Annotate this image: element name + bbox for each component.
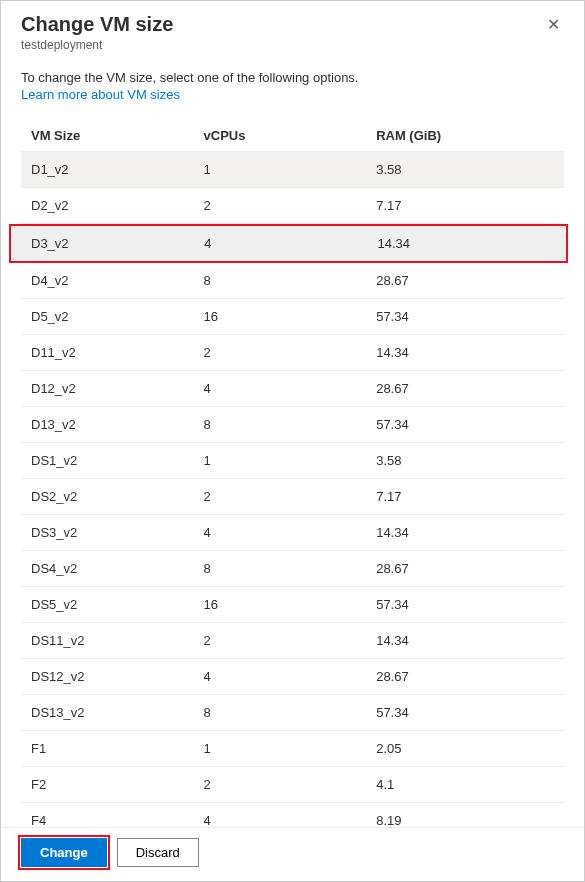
deployment-name: testdeployment [21, 38, 173, 52]
description-text: To change the VM size, select one of the… [21, 70, 564, 85]
cell-vm-size: DS2_v2 [31, 489, 204, 504]
cell-ram: 28.67 [376, 669, 554, 684]
cell-vm-size: D11_v2 [31, 345, 204, 360]
cell-vcpus: 2 [204, 777, 377, 792]
cell-vm-size: DS1_v2 [31, 453, 204, 468]
cell-vm-size: D4_v2 [31, 273, 204, 288]
cell-ram: 28.67 [376, 273, 554, 288]
cell-ram: 8.19 [376, 813, 554, 827]
table-row[interactable]: DS4_v2828.67 [21, 551, 564, 587]
table-row[interactable]: D3_v2414.34 [9, 224, 568, 263]
table-row[interactable]: F448.19 [21, 803, 564, 827]
header-titles: Change VM size testdeployment [21, 13, 173, 52]
cell-vm-size: F1 [31, 741, 204, 756]
cell-vcpus: 1 [204, 453, 377, 468]
header-ram[interactable]: RAM (GiB) [376, 128, 554, 143]
cell-vm-size: DS11_v2 [31, 633, 204, 648]
table-row[interactable]: DS11_v2214.34 [21, 623, 564, 659]
cell-ram: 57.34 [376, 309, 554, 324]
cell-vcpus: 2 [204, 633, 377, 648]
cell-ram: 7.17 [376, 489, 554, 504]
panel-title: Change VM size [21, 13, 173, 36]
table-body: D1_v213.58D2_v227.17D3_v2414.34D4_v2828.… [21, 152, 564, 827]
change-vm-size-panel: Change VM size testdeployment ✕ To chang… [0, 0, 585, 882]
table-row[interactable]: DS5_v21657.34 [21, 587, 564, 623]
cell-ram: 57.34 [376, 597, 554, 612]
cell-vm-size: D5_v2 [31, 309, 204, 324]
cell-ram: 14.34 [376, 633, 554, 648]
cell-vcpus: 4 [204, 381, 377, 396]
cell-vcpus: 4 [204, 813, 377, 827]
cell-vm-size: DS13_v2 [31, 705, 204, 720]
cell-ram: 14.34 [376, 345, 554, 360]
table-row[interactable]: D2_v227.17 [21, 188, 564, 224]
change-button[interactable]: Change [21, 838, 107, 867]
vm-size-table: VM Size vCPUs RAM (GiB) D1_v213.58D2_v22… [21, 120, 564, 827]
cell-vm-size: D1_v2 [31, 162, 204, 177]
close-icon[interactable]: ✕ [543, 13, 564, 37]
table-row[interactable]: DS13_v2857.34 [21, 695, 564, 731]
cell-vcpus: 4 [204, 669, 377, 684]
table-row[interactable]: D5_v21657.34 [21, 299, 564, 335]
cell-vm-size: F4 [31, 813, 204, 827]
table-row[interactable]: DS12_v2428.67 [21, 659, 564, 695]
learn-more-link[interactable]: Learn more about VM sizes [21, 87, 564, 102]
cell-vm-size: F2 [31, 777, 204, 792]
cell-vcpus: 1 [204, 741, 377, 756]
cell-ram: 57.34 [376, 417, 554, 432]
cell-ram: 3.58 [376, 453, 554, 468]
cell-ram: 57.34 [376, 705, 554, 720]
header-vm-size[interactable]: VM Size [31, 128, 204, 143]
cell-ram: 4.1 [376, 777, 554, 792]
header-vcpus[interactable]: vCPUs [204, 128, 377, 143]
cell-vcpus: 4 [204, 525, 377, 540]
cell-ram: 7.17 [376, 198, 554, 213]
cell-vm-size: DS3_v2 [31, 525, 204, 540]
table-row[interactable]: D12_v2428.67 [21, 371, 564, 407]
cell-vcpus: 8 [204, 705, 377, 720]
table-row[interactable]: D13_v2857.34 [21, 407, 564, 443]
cell-vm-size: D3_v2 [31, 236, 204, 251]
cell-ram: 28.67 [376, 561, 554, 576]
cell-ram: 14.34 [376, 525, 554, 540]
table-row[interactable]: D11_v2214.34 [21, 335, 564, 371]
cell-vcpus: 16 [204, 597, 377, 612]
cell-ram: 2.05 [376, 741, 554, 756]
cell-vcpus: 2 [204, 345, 377, 360]
table-header-row: VM Size vCPUs RAM (GiB) [21, 120, 564, 152]
cell-vcpus: 4 [204, 236, 377, 251]
cell-vm-size: D2_v2 [31, 198, 204, 213]
cell-vm-size: DS5_v2 [31, 597, 204, 612]
cell-vcpus: 8 [204, 561, 377, 576]
panel-header: Change VM size testdeployment ✕ [1, 1, 584, 58]
table-row[interactable]: D1_v213.58 [21, 152, 564, 188]
cell-ram: 14.34 [378, 236, 557, 251]
cell-ram: 28.67 [376, 381, 554, 396]
table-row[interactable]: D4_v2828.67 [21, 263, 564, 299]
table-row[interactable]: F112.05 [21, 731, 564, 767]
cell-vm-size: D12_v2 [31, 381, 204, 396]
cell-vcpus: 8 [204, 273, 377, 288]
table-row[interactable]: DS1_v213.58 [21, 443, 564, 479]
cell-vcpus: 8 [204, 417, 377, 432]
table-row[interactable]: DS3_v2414.34 [21, 515, 564, 551]
cell-vcpus: 2 [204, 489, 377, 504]
cell-vm-size: DS12_v2 [31, 669, 204, 684]
cell-vm-size: D13_v2 [31, 417, 204, 432]
table-row[interactable]: F224.1 [21, 767, 564, 803]
cell-vcpus: 16 [204, 309, 377, 324]
discard-button[interactable]: Discard [117, 838, 199, 867]
content-scroll-area[interactable]: To change the VM size, select one of the… [1, 58, 584, 827]
cell-vm-size: DS4_v2 [31, 561, 204, 576]
cell-vcpus: 1 [204, 162, 377, 177]
panel-footer: Change Discard [1, 827, 584, 881]
cell-ram: 3.58 [376, 162, 554, 177]
cell-vcpus: 2 [204, 198, 377, 213]
table-row[interactable]: DS2_v227.17 [21, 479, 564, 515]
